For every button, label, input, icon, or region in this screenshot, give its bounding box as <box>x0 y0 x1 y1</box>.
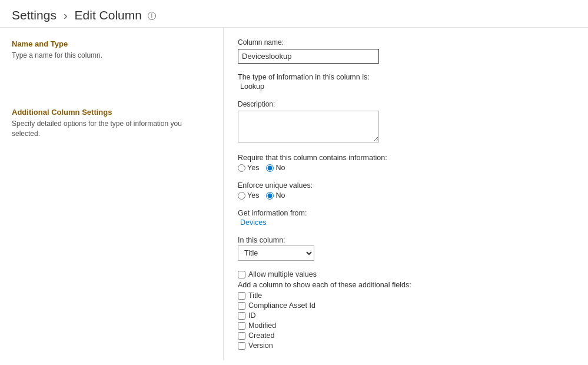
name-type-title: Name and Type <box>12 39 211 48</box>
field-modified-label: Modified <box>248 321 276 330</box>
allow-multiple-group: Allow multiple values <box>238 270 574 278</box>
field-id-label: ID <box>248 311 256 320</box>
page-header: Settings › Edit Column i <box>0 0 588 28</box>
field-title-checkbox[interactable] <box>238 292 245 300</box>
field-compliance-label: Compliance Asset Id <box>248 301 315 310</box>
additional-settings-title: Additional Column Settings <box>12 108 211 117</box>
field-version[interactable]: Version <box>238 341 574 350</box>
enforce-no-option[interactable]: No <box>266 191 285 200</box>
add-column-group: Add a column to show each of these addit… <box>238 281 574 350</box>
field-version-label: Version <box>248 341 273 350</box>
require-label: Require that this column contains inform… <box>238 154 574 162</box>
additional-settings-desc: Specify detailed options for the type of… <box>12 119 211 139</box>
require-radio-group: Yes No <box>238 164 574 172</box>
field-title-label: Title <box>248 291 262 300</box>
add-column-label: Add a column to show each of these addit… <box>238 281 574 289</box>
additional-fields-list: Title Compliance Asset Id ID Modified Cr… <box>238 291 574 350</box>
description-group: Description: <box>238 100 574 144</box>
enforce-yes-label: Yes <box>247 191 259 200</box>
content-area: Name and Type Type a name for this colum… <box>0 28 588 360</box>
name-type-desc: Type a name for this column. <box>12 51 211 61</box>
right-panel: Column name: The type of information in … <box>224 28 588 360</box>
field-id[interactable]: ID <box>238 311 574 320</box>
get-info-label: Get information from: <box>238 209 574 217</box>
get-info-group: Get information from: Devices <box>238 209 574 227</box>
allow-multiple-option[interactable]: Allow multiple values <box>238 270 574 278</box>
description-label: Description: <box>238 100 574 108</box>
enforce-yes-option[interactable]: Yes <box>238 191 259 200</box>
require-no-label: No <box>275 164 285 172</box>
field-modified-checkbox[interactable] <box>238 322 245 330</box>
field-created-checkbox[interactable] <box>238 332 245 340</box>
field-version-checkbox[interactable] <box>238 342 245 350</box>
info-icon[interactable]: i <box>148 12 156 20</box>
type-info-group: The type of information in this column i… <box>238 73 574 91</box>
field-compliance-checkbox[interactable] <box>238 302 245 310</box>
description-input[interactable] <box>238 111 379 142</box>
in-column-select[interactable]: Title ID Modified Created Version Compli… <box>238 245 314 261</box>
field-title[interactable]: Title <box>238 291 574 300</box>
require-yes-label: Yes <box>247 164 259 172</box>
require-yes-option[interactable]: Yes <box>238 164 259 172</box>
enforce-radio-group: Yes No <box>238 191 574 200</box>
in-column-label: In this column: <box>238 236 574 244</box>
type-value: Lookup <box>238 82 574 91</box>
enforce-group: Enforce unique values: Yes No <box>238 181 574 200</box>
column-name-group: Column name: <box>238 38 574 64</box>
get-info-value: Devices <box>238 218 574 227</box>
column-name-label: Column name: <box>238 38 574 47</box>
enforce-label: Enforce unique values: <box>238 181 574 190</box>
name-and-type-section: Name and Type Type a name for this colum… <box>12 39 211 61</box>
require-no-option[interactable]: No <box>266 164 285 172</box>
field-compliance-asset-id[interactable]: Compliance Asset Id <box>238 301 574 310</box>
in-column-group: In this column: Title ID Modified Create… <box>238 236 574 261</box>
require-group: Require that this column contains inform… <box>238 154 574 172</box>
additional-settings-section: Additional Column Settings Specify detai… <box>12 108 211 139</box>
type-info-label: The type of information in this column i… <box>238 73 574 81</box>
field-created-label: Created <box>248 331 274 340</box>
require-no-radio[interactable] <box>266 164 274 172</box>
field-id-checkbox[interactable] <box>238 312 245 320</box>
settings-label: Settings <box>12 8 57 22</box>
enforce-no-label: No <box>275 191 285 200</box>
enforce-no-radio[interactable] <box>266 192 274 200</box>
field-created[interactable]: Created <box>238 331 574 340</box>
left-panel: Name and Type Type a name for this colum… <box>0 28 224 360</box>
field-modified[interactable]: Modified <box>238 321 574 330</box>
allow-multiple-label: Allow multiple values <box>248 270 317 278</box>
breadcrumb-separator: › <box>64 8 68 22</box>
column-name-input[interactable] <box>238 49 379 64</box>
require-yes-radio[interactable] <box>238 164 245 172</box>
allow-multiple-checkbox[interactable] <box>238 271 245 278</box>
enforce-yes-radio[interactable] <box>238 192 245 200</box>
edit-column-label: Edit Column <box>75 8 142 22</box>
